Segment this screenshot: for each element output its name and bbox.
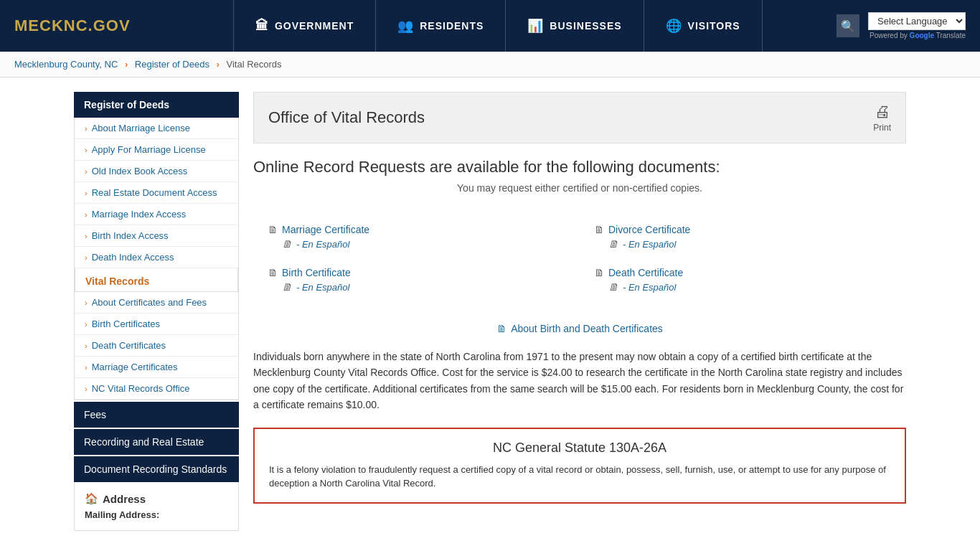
chevron-icon: ›	[85, 363, 88, 372]
chevron-icon: ›	[85, 167, 88, 176]
sidebar-apply-marriage-label: Apply For Marriage License	[92, 144, 206, 155]
header-right: 🔍 Select Language Powered by Google Tran…	[837, 12, 966, 39]
page-title: Office of Vital Records	[268, 108, 425, 127]
marriage-cert-link[interactable]: 🗎 Marriage Certificate	[268, 224, 565, 235]
sidebar-register-links: › About Marriage License › Apply For Mar…	[74, 118, 239, 400]
birth-cert-link[interactable]: 🗎 Birth Certificate	[268, 267, 565, 278]
death-cert-label: Death Certificate	[608, 267, 683, 278]
chevron-icon: ›	[85, 210, 88, 219]
chevron-icon: ›	[85, 298, 88, 307]
sidebar-register-header[interactable]: Register of Deeds	[74, 92, 239, 118]
chevron-icon: ›	[85, 189, 88, 197]
breadcrumb-separator-1: ›	[125, 59, 128, 70]
print-label: Print	[873, 123, 891, 133]
print-button[interactable]: 🖨 Print	[873, 103, 891, 133]
sidebar-death-certs-label: Death Certificates	[92, 340, 166, 351]
sidebar-about-certs-label: About Certificates and Fees	[92, 297, 207, 308]
divorce-cert-espanol[interactable]: 🗎 - En Español	[608, 238, 892, 250]
about-birth-death-link[interactable]: 🗎 About Birth and Death Certificates	[496, 323, 663, 334]
nav-residents[interactable]: 👥 RESIDENTS	[376, 0, 506, 52]
breadcrumb-current: Vital Records	[227, 59, 282, 70]
sidebar-old-index[interactable]: › Old Index Book Access	[75, 161, 238, 182]
doc-icon-about: 🗎	[496, 323, 507, 334]
address-section: 🏠 Address Mailing Address:	[74, 482, 239, 531]
nav-government[interactable]: 🏛 GOVERNMENT	[233, 0, 376, 52]
sidebar-marriage-index-label: Marriage Index Access	[92, 209, 187, 220]
online-requests-heading: Online Record Requests are available for…	[253, 158, 906, 176]
sidebar-birth-index[interactable]: › Birth Index Access	[75, 225, 238, 247]
sidebar-fees[interactable]: Fees	[74, 400, 239, 428]
sidebar-nc-vital[interactable]: › NC Vital Records Office	[75, 378, 238, 400]
birth-cert-espanol-label: - En Español	[296, 282, 349, 293]
powered-by-text: Powered by Google Translate	[870, 32, 966, 39]
mailing-label: Mailing Address:	[85, 509, 228, 520]
breadcrumb-link-county[interactable]: Mecklenburg County, NC	[14, 59, 118, 70]
doc-icon: 🗎	[268, 224, 278, 235]
breadcrumb: Mecklenburg County, NC › Register of Dee…	[0, 52, 980, 77]
main-content: Office of Vital Records 🖨 Print Online R…	[253, 92, 906, 531]
visitors-icon: 🌐	[666, 18, 682, 34]
businesses-icon: 📊	[527, 18, 544, 34]
doc-icon: 🗎	[594, 267, 604, 278]
sidebar-birth-certs-label: Birth Certificates	[92, 319, 160, 329]
document-grid: 🗎 Marriage Certificate 🗎 - En Español 🗎 …	[253, 208, 906, 309]
sidebar-recording[interactable]: Recording and Real Estate	[74, 428, 239, 455]
nav-residents-label: RESIDENTS	[420, 20, 484, 32]
sidebar-death-certs[interactable]: › Death Certificates	[75, 335, 238, 357]
logo-text-ncgov: NC.GOV	[64, 17, 131, 34]
divorce-cert-espanol-label: - En Español	[623, 239, 676, 250]
marriage-cert-espanol[interactable]: 🗎 - En Español	[282, 238, 565, 250]
marriage-cert-label: Marriage Certificate	[282, 224, 369, 235]
online-subtext: You may request either certified or non-…	[253, 182, 906, 194]
sidebar-death-index[interactable]: › Death Index Access	[75, 247, 238, 268]
sidebar-marriage-index[interactable]: › Marriage Index Access	[75, 204, 238, 225]
doc-icon-sm: 🗎	[608, 281, 618, 293]
nav-visitors-label: VISITORS	[688, 20, 740, 32]
divorce-cert-link[interactable]: 🗎 Divorce Certificate	[594, 224, 892, 235]
death-cert-link[interactable]: 🗎 Death Certificate	[594, 267, 892, 278]
statute-text: It is a felony violation to fraudulently…	[269, 463, 890, 491]
printer-icon: 🖨	[875, 103, 890, 121]
content-header: Office of Vital Records 🖨 Print	[253, 92, 906, 143]
sidebar-about-marriage[interactable]: › About Marriage License	[75, 118, 238, 139]
divorce-cert-label: Divorce Certificate	[608, 224, 690, 235]
doc-death-cell: 🗎 Death Certificate 🗎 - En Español	[580, 258, 906, 301]
birth-cert-espanol[interactable]: 🗎 - En Español	[282, 281, 565, 293]
sidebar-real-estate[interactable]: › Real Estate Document Access	[75, 182, 238, 204]
chevron-icon: ›	[85, 146, 88, 154]
chevron-icon: ›	[85, 385, 88, 393]
breadcrumb-link-deeds[interactable]: Register of Deeds	[135, 59, 209, 70]
sidebar: Register of Deeds › About Marriage Licen…	[74, 92, 239, 531]
body-text: Individuals born anywhere in the state o…	[253, 349, 906, 413]
site-header: MECKNC.GOV 🏛 GOVERNMENT 👥 RESIDENTS 📊 BU…	[0, 0, 980, 52]
death-cert-espanol-label: - En Español	[623, 282, 676, 293]
doc-birth-cell: 🗎 Birth Certificate 🗎 - En Español	[253, 258, 580, 301]
sidebar-marriage-certs[interactable]: › Marriage Certificates	[75, 357, 238, 378]
nav-visitors[interactable]: 🌐 VISITORS	[644, 0, 763, 52]
breadcrumb-separator-2: ›	[217, 59, 220, 70]
government-icon: 🏛	[255, 19, 269, 34]
language-select[interactable]: Select Language	[868, 12, 966, 30]
about-link-label: About Birth and Death Certificates	[511, 323, 663, 334]
logo-text-meck: MECK	[14, 17, 64, 34]
nav-government-label: GOVERNMENT	[275, 20, 354, 32]
sidebar-about-certs[interactable]: › About Certificates and Fees	[75, 292, 238, 314]
marriage-cert-espanol-label: - En Español	[296, 239, 349, 250]
chevron-icon: ›	[85, 342, 88, 350]
doc-icon: 🗎	[594, 224, 604, 235]
death-cert-espanol[interactable]: 🗎 - En Español	[608, 281, 892, 293]
doc-divorce-cell: 🗎 Divorce Certificate 🗎 - En Español	[580, 215, 906, 258]
sidebar-birth-certs[interactable]: › Birth Certificates	[75, 314, 238, 335]
chevron-icon: ›	[85, 253, 88, 262]
site-logo[interactable]: MECKNC.GOV	[14, 17, 131, 35]
sidebar-apply-marriage[interactable]: › Apply For Marriage License	[75, 139, 238, 161]
sidebar-document-recording[interactable]: Document Recording Standards	[74, 455, 239, 482]
about-link-row: 🗎 About Birth and Death Certificates	[253, 323, 906, 334]
search-button[interactable]: 🔍	[837, 14, 859, 37]
sidebar-about-marriage-label: About Marriage License	[92, 123, 190, 133]
chevron-icon: ›	[85, 320, 88, 329]
sidebar-death-index-label: Death Index Access	[92, 252, 174, 263]
chevron-icon: ›	[85, 124, 88, 133]
nav-businesses[interactable]: 📊 BUSINESSES	[506, 0, 644, 52]
address-title-text: Address	[103, 493, 146, 505]
